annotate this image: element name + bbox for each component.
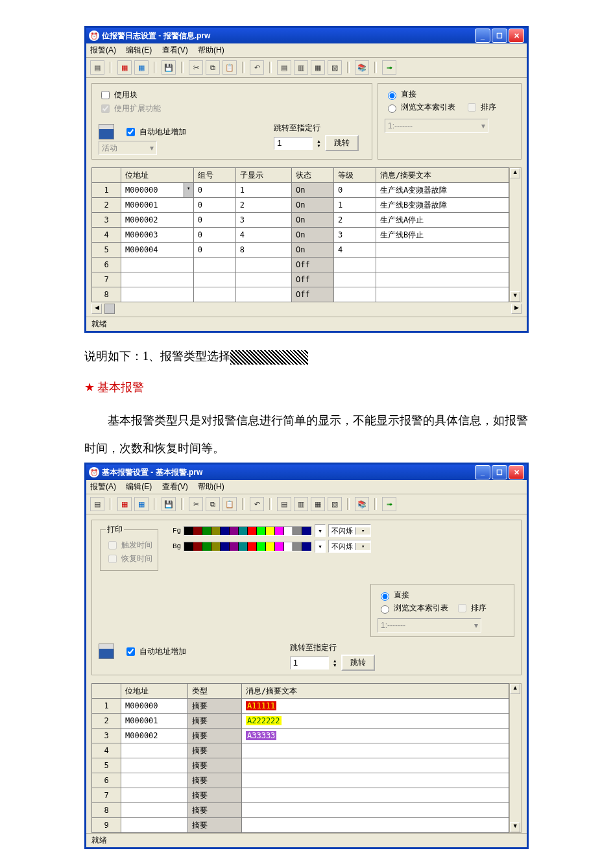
cell-state[interactable]: On (291, 213, 333, 228)
cell-state[interactable]: On (291, 228, 333, 243)
cell-addr[interactable]: M000000 (121, 699, 188, 714)
cell-addr[interactable] (121, 758, 188, 773)
cell-level[interactable]: 2 (334, 213, 376, 228)
col-group[interactable]: 组号 (193, 168, 235, 183)
cell-state[interactable]: Off (291, 272, 333, 287)
minimize-button[interactable]: _ (475, 465, 490, 479)
cell-msg[interactable] (242, 773, 509, 788)
table-row[interactable]: 9摘要 (92, 818, 509, 833)
color-swatch[interactable] (230, 527, 239, 535)
color-swatch[interactable] (302, 527, 311, 535)
color-swatch[interactable] (293, 542, 302, 551)
horizontal-scrollbar[interactable]: ◀ ▶ (86, 302, 527, 317)
bg-blink-combo[interactable]: 不闪烁▾ (328, 540, 371, 553)
cell-msg[interactable]: A33333 (242, 729, 509, 743)
maximize-button[interactable]: ☐ (492, 465, 507, 479)
cell-level[interactable]: 1 (334, 198, 376, 213)
basic-alarm-grid[interactable]: 位地址 类型 消息/摘要文本 1M000000摘要A111112M000001摘… (91, 683, 509, 833)
cell-addr[interactable]: M000002 (121, 729, 188, 743)
table-row[interactable]: 3M00000203On2生产线A停止 (92, 213, 509, 228)
scroll-up-icon[interactable]: ▲ (510, 684, 520, 694)
cell-addr[interactable] (121, 287, 194, 302)
col-msg[interactable]: 消息/摘要文本 (242, 684, 509, 699)
align4-icon[interactable]: ▧ (328, 497, 342, 511)
fg-blink-combo[interactable]: 不闪烁▾ (328, 524, 371, 537)
cell-msg[interactable]: 生产线B停止 (376, 228, 509, 243)
cell-msg[interactable] (242, 743, 509, 758)
color-swatch[interactable] (202, 527, 211, 535)
cell-sub[interactable]: 3 (235, 213, 291, 228)
cell-msg[interactable] (242, 758, 509, 773)
cell-group[interactable]: 0 (193, 183, 235, 198)
col-state[interactable]: 状态 (291, 168, 333, 183)
paste-icon[interactable]: 📋 (222, 497, 237, 511)
cell-addr[interactable]: M000001 (121, 198, 194, 213)
cell-type[interactable]: 摘要 (188, 788, 242, 803)
cell-group[interactable]: 0 (193, 213, 235, 228)
vertical-scrollbar[interactable]: ▲ ▼ (509, 167, 522, 302)
menu-help[interactable]: 帮助(H) (198, 482, 228, 491)
cell-type[interactable]: 摘要 (188, 818, 242, 833)
cell-addr[interactable]: M000001 (121, 714, 188, 729)
scroll-up-icon[interactable]: ▲ (510, 168, 520, 178)
cell-addr[interactable] (121, 258, 194, 272)
color-swatch[interactable] (275, 527, 284, 535)
cell-sub[interactable]: 4 (235, 228, 291, 243)
align2-icon[interactable]: ▥ (294, 497, 308, 511)
auto-addr-checkbox[interactable] (126, 647, 135, 656)
color-swatch[interactable] (284, 542, 293, 551)
cell-addr[interactable] (121, 272, 194, 287)
exit-icon[interactable]: ➟ (382, 60, 396, 75)
cell-msg[interactable]: A11111 (242, 699, 509, 714)
tool-grid2-icon[interactable]: ▦ (134, 60, 149, 75)
col-level[interactable]: 等级 (334, 168, 376, 183)
color-swatch[interactable] (184, 542, 193, 551)
color-swatch[interactable] (193, 527, 202, 535)
scroll-right-icon[interactable]: ▶ (511, 304, 522, 314)
tool-grid1-icon[interactable]: ▦ (117, 497, 132, 511)
scroll-down-icon[interactable]: ▼ (510, 291, 520, 302)
cell-group[interactable]: 0 (193, 228, 235, 243)
browse-radio[interactable] (388, 104, 396, 113)
table-row[interactable]: 4摘要 (92, 743, 509, 758)
fg-swatches[interactable] (184, 526, 312, 536)
save-icon[interactable]: 💾 (162, 60, 176, 75)
cell-sub[interactable]: 2 (235, 198, 291, 213)
spin-down-icon[interactable]: ▼ (317, 143, 321, 148)
table-row[interactable]: 5摘要 (92, 758, 509, 773)
lib-icon[interactable]: 📚 (355, 497, 369, 511)
cut-icon[interactable]: ✂ (189, 497, 203, 511)
cell-state[interactable]: Off (291, 258, 333, 272)
color-swatch[interactable] (275, 542, 284, 551)
cell-msg[interactable]: A222222 (242, 714, 509, 729)
fg-extra-combo[interactable]: ▾ (315, 524, 326, 537)
cell-addr[interactable]: M000003 (121, 228, 194, 243)
cell-sub[interactable] (235, 258, 291, 272)
minimize-button[interactable]: _ (475, 29, 490, 43)
cell-sub[interactable]: 1 (235, 183, 291, 198)
auto-addr-checkbox[interactable] (126, 128, 135, 136)
color-swatch[interactable] (211, 542, 221, 551)
cell-type[interactable]: 摘要 (188, 803, 242, 818)
cell-addr[interactable] (121, 773, 188, 788)
cell-addr[interactable] (121, 818, 188, 833)
cut-icon[interactable]: ✂ (189, 60, 203, 75)
copy-icon[interactable]: ⧉ (206, 497, 220, 511)
cell-msg[interactable] (376, 272, 509, 287)
maximize-button[interactable]: ☐ (492, 29, 507, 43)
tool-grid2-icon[interactable]: ▦ (134, 497, 149, 511)
cell-msg[interactable]: 生产线A停止 (376, 213, 509, 228)
scroll-down-icon[interactable]: ▼ (510, 822, 520, 832)
menu-alarm[interactable]: 报警(A) (90, 482, 120, 491)
table-row[interactable]: 1M000000摘要A11111 (92, 699, 509, 714)
cell-sub[interactable] (235, 272, 291, 287)
table-row[interactable]: 5M00000408On4 (92, 243, 509, 258)
titlebar[interactable]: ⏰ 基本报警设置 - 基本报警.prw _ ☐ ✕ (86, 464, 527, 480)
tool-format-icon[interactable]: ▤ (90, 60, 104, 75)
table-row[interactable]: 2M00000102On1生产线B变频器故障 (92, 198, 509, 213)
table-row[interactable]: 6摘要 (92, 773, 509, 788)
cell-sub[interactable]: 8 (235, 243, 291, 258)
titlebar[interactable]: ⏰ 位报警日志设置 - 报警信息.prw _ ☐ ✕ (86, 28, 527, 43)
cell-addr[interactable] (121, 788, 188, 803)
table-row[interactable]: 2M000001摘要A222222 (92, 714, 509, 729)
